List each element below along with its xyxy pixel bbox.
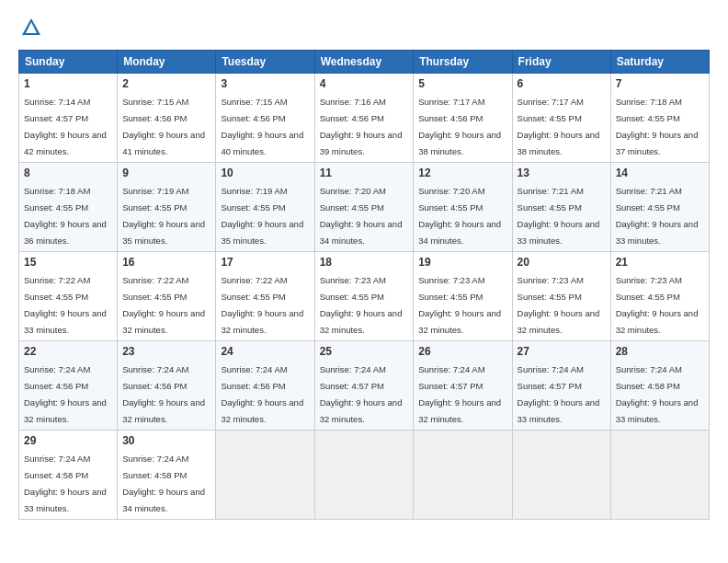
table-row: 26 Sunrise: 7:24 AMSunset: 4:57 PMDaylig… [414,341,512,431]
table-row [610,431,709,520]
table-row [314,431,414,520]
col-wednesday: Wednesday [314,51,414,74]
day-info: Sunrise: 7:18 AMSunset: 4:55 PMDaylight:… [616,97,699,156]
table-row: 30 Sunrise: 7:24 AMSunset: 4:58 PMDaylig… [118,431,216,520]
day-info: Sunrise: 7:19 AMSunset: 4:55 PMDaylight:… [122,186,205,246]
day-number: 17 [221,256,309,269]
day-info: Sunrise: 7:20 AMSunset: 4:55 PMDaylight:… [320,186,403,246]
table-row: 11 Sunrise: 7:20 AMSunset: 4:55 PMDaylig… [314,163,414,252]
day-info: Sunrise: 7:24 AMSunset: 4:57 PMDaylight:… [320,364,403,424]
calendar-week-row: 22 Sunrise: 7:24 AMSunset: 4:56 PMDaylig… [19,341,710,431]
day-number: 6 [518,77,606,90]
table-row: 4 Sunrise: 7:16 AMSunset: 4:56 PMDayligh… [314,74,414,163]
col-thursday: Thursday [414,51,512,74]
page: Sunday Monday Tuesday Wednesday Thursday… [0,0,728,563]
day-info: Sunrise: 7:23 AMSunset: 4:55 PMDaylight:… [418,275,501,335]
header [18,15,710,40]
day-number: 30 [122,434,210,447]
table-row: 22 Sunrise: 7:24 AMSunset: 4:56 PMDaylig… [19,341,118,431]
day-number: 26 [418,345,506,358]
table-row: 14 Sunrise: 7:21 AMSunset: 4:55 PMDaylig… [610,163,709,252]
col-saturday: Saturday [610,51,709,74]
day-info: Sunrise: 7:17 AMSunset: 4:56 PMDaylight:… [418,97,501,156]
table-row: 12 Sunrise: 7:20 AMSunset: 4:55 PMDaylig… [414,163,512,252]
day-number: 28 [616,345,704,358]
day-info: Sunrise: 7:22 AMSunset: 4:55 PMDaylight:… [24,275,107,335]
day-info: Sunrise: 7:18 AMSunset: 4:55 PMDaylight:… [24,186,107,246]
day-info: Sunrise: 7:23 AMSunset: 4:55 PMDaylight:… [320,275,403,335]
day-number: 5 [418,77,506,90]
day-number: 29 [24,434,112,447]
day-number: 13 [518,167,606,179]
calendar-week-row: 29 Sunrise: 7:24 AMSunset: 4:58 PMDaylig… [19,431,710,520]
day-info: Sunrise: 7:17 AMSunset: 4:55 PMDaylight:… [518,97,600,156]
day-info: Sunrise: 7:20 AMSunset: 4:55 PMDaylight:… [418,186,501,246]
day-number: 3 [221,77,309,90]
day-info: Sunrise: 7:22 AMSunset: 4:55 PMDaylight:… [122,275,205,335]
day-info: Sunrise: 7:24 AMSunset: 4:58 PMDaylight:… [24,454,107,513]
table-row: 5 Sunrise: 7:17 AMSunset: 4:56 PMDayligh… [414,74,512,163]
col-tuesday: Tuesday [216,51,314,74]
day-number: 18 [320,256,409,269]
col-monday: Monday [118,51,216,74]
day-info: Sunrise: 7:16 AMSunset: 4:56 PMDaylight:… [320,97,403,156]
day-info: Sunrise: 7:14 AMSunset: 4:57 PMDaylight:… [24,97,107,156]
day-number: 10 [221,167,309,179]
table-row: 24 Sunrise: 7:24 AMSunset: 4:56 PMDaylig… [216,341,314,431]
calendar-header-row: Sunday Monday Tuesday Wednesday Thursday… [19,51,710,74]
day-number: 27 [518,345,606,358]
calendar-week-row: 8 Sunrise: 7:18 AMSunset: 4:55 PMDayligh… [19,163,710,252]
table-row: 19 Sunrise: 7:23 AMSunset: 4:55 PMDaylig… [414,252,512,341]
col-friday: Friday [512,51,610,74]
day-number: 23 [122,345,210,358]
day-number: 4 [320,77,409,90]
day-info: Sunrise: 7:21 AMSunset: 4:55 PMDaylight:… [616,186,699,246]
calendar-week-row: 1 Sunrise: 7:14 AMSunset: 4:57 PMDayligh… [19,74,710,163]
table-row: 15 Sunrise: 7:22 AMSunset: 4:55 PMDaylig… [19,252,118,341]
logo [18,15,48,40]
table-row: 16 Sunrise: 7:22 AMSunset: 4:55 PMDaylig… [118,252,216,341]
day-info: Sunrise: 7:24 AMSunset: 4:56 PMDaylight:… [24,364,107,424]
day-info: Sunrise: 7:15 AMSunset: 4:56 PMDaylight:… [221,97,303,156]
calendar-week-row: 15 Sunrise: 7:22 AMSunset: 4:55 PMDaylig… [19,252,710,341]
day-info: Sunrise: 7:24 AMSunset: 4:58 PMDaylight:… [616,364,699,424]
table-row [512,431,610,520]
day-number: 12 [418,167,506,179]
day-info: Sunrise: 7:24 AMSunset: 4:57 PMDaylight:… [418,364,501,424]
day-number: 7 [616,77,704,90]
col-sunday: Sunday [19,51,118,74]
table-row: 25 Sunrise: 7:24 AMSunset: 4:57 PMDaylig… [314,341,414,431]
day-number: 20 [518,256,606,269]
table-row: 28 Sunrise: 7:24 AMSunset: 4:58 PMDaylig… [610,341,709,431]
day-number: 22 [24,345,112,358]
day-number: 15 [24,256,112,269]
table-row: 13 Sunrise: 7:21 AMSunset: 4:55 PMDaylig… [512,163,610,252]
table-row: 20 Sunrise: 7:23 AMSunset: 4:55 PMDaylig… [512,252,610,341]
table-row: 17 Sunrise: 7:22 AMSunset: 4:55 PMDaylig… [216,252,314,341]
day-number: 8 [24,167,112,179]
day-info: Sunrise: 7:22 AMSunset: 4:55 PMDaylight:… [221,275,303,335]
day-info: Sunrise: 7:24 AMSunset: 4:56 PMDaylight:… [221,364,303,424]
day-number: 2 [122,77,210,90]
logo-icon [18,15,44,40]
day-number: 24 [221,345,309,358]
day-number: 14 [616,167,704,179]
day-number: 11 [320,167,409,179]
table-row: 10 Sunrise: 7:19 AMSunset: 4:55 PMDaylig… [216,163,314,252]
table-row: 2 Sunrise: 7:15 AMSunset: 4:56 PMDayligh… [118,74,216,163]
day-number: 21 [616,256,704,269]
day-info: Sunrise: 7:24 AMSunset: 4:56 PMDaylight:… [122,364,205,424]
day-number: 1 [24,77,112,90]
table-row [414,431,512,520]
table-row: 9 Sunrise: 7:19 AMSunset: 4:55 PMDayligh… [118,163,216,252]
table-row: 21 Sunrise: 7:23 AMSunset: 4:55 PMDaylig… [610,252,709,341]
day-info: Sunrise: 7:23 AMSunset: 4:55 PMDaylight:… [518,275,600,335]
day-info: Sunrise: 7:19 AMSunset: 4:55 PMDaylight:… [221,186,303,246]
day-info: Sunrise: 7:24 AMSunset: 4:58 PMDaylight:… [122,454,205,513]
table-row: 29 Sunrise: 7:24 AMSunset: 4:58 PMDaylig… [19,431,118,520]
table-row: 1 Sunrise: 7:14 AMSunset: 4:57 PMDayligh… [19,74,118,163]
day-number: 9 [122,167,210,179]
table-row: 18 Sunrise: 7:23 AMSunset: 4:55 PMDaylig… [314,252,414,341]
table-row: 7 Sunrise: 7:18 AMSunset: 4:55 PMDayligh… [610,74,709,163]
day-info: Sunrise: 7:21 AMSunset: 4:55 PMDaylight:… [518,186,600,246]
